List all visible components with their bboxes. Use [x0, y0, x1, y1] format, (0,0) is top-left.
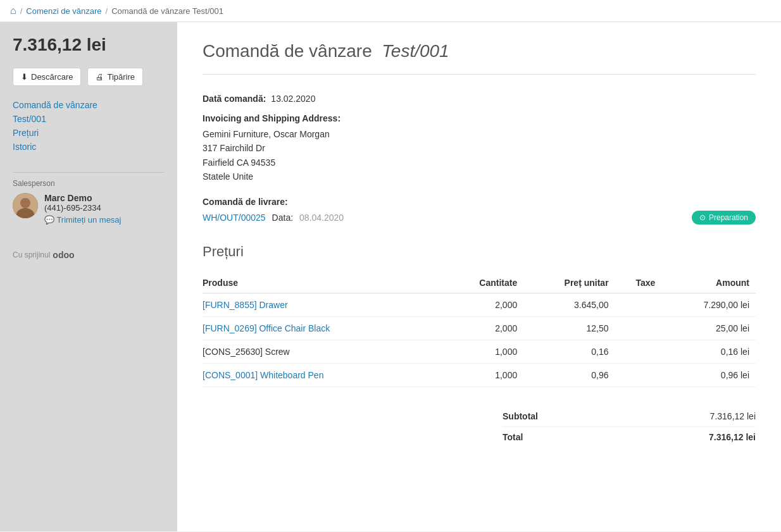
- col-header-produse: Produse: [203, 273, 444, 294]
- amount-4: 0,96 lei: [661, 363, 756, 387]
- col-header-taxe: Taxe: [615, 273, 662, 294]
- main-content: Comandă de vânzare Test/001 Dată comandă…: [177, 22, 781, 531]
- salesperson-phone: (441)-695-2334: [44, 203, 122, 213]
- delivery-row: WH/OUT/00025 Data: 08.04.2020 ⊙ Preparat…: [203, 211, 756, 225]
- breadcrumb-link-comenzi[interactable]: Comenzi de vânzare: [26, 6, 101, 16]
- totals-section: Subtotal 7.316,12 lei Total 7.316,12 lei: [203, 406, 756, 447]
- address-line-4: Statele Unite: [203, 170, 756, 183]
- footer-text: Cu sprijinul: [13, 251, 50, 259]
- salesperson-label: Salesperson: [13, 179, 165, 188]
- product-name-4: [CONS_0001] Whiteboard Pen: [203, 363, 444, 387]
- table-header-row: Produse Cantitate Preț unitar Taxe Amoun…: [203, 273, 756, 294]
- download-label: Descărcare: [31, 72, 73, 82]
- breadcrumb: ⌂ / Comenzi de vânzare / Comandă de vânz…: [0, 0, 781, 22]
- amount-1: 7.290,00 lei: [661, 293, 756, 316]
- col-header-cantitate: Cantitate: [444, 273, 523, 294]
- preparation-icon: ⊙: [699, 213, 706, 222]
- sidebar: 7.316,12 lei ⬇ Descărcare 🖨 Tipărire Com…: [0, 22, 177, 531]
- home-icon[interactable]: ⌂: [10, 5, 16, 16]
- address-line-3: Fairfield CA 94535: [203, 156, 756, 170]
- product-link-2[interactable]: [FURN_0269] Office Chair Black: [203, 323, 330, 333]
- sidebar-nav: Comandă de vânzare Test/001 Prețuri Isto…: [13, 99, 165, 153]
- product-name-3: [CONS_25630] Screw: [203, 340, 444, 363]
- subtotal-value: 7.316,12 lei: [710, 411, 756, 421]
- order-date-row: Dată comandă: 13.02.2020: [203, 94, 756, 104]
- sidebar-actions: ⬇ Descărcare 🖨 Tipărire: [13, 68, 165, 86]
- sidebar-item-history[interactable]: Istoric: [13, 140, 165, 153]
- subtotal-row: Subtotal 7.316,12 lei: [503, 406, 756, 427]
- table-row: [CONS_0001] Whiteboard Pen 1,000 0,96 0,…: [203, 363, 756, 387]
- total-label: Total: [503, 432, 523, 442]
- download-icon: ⬇: [21, 72, 28, 82]
- col-header-pret: Preț unitar: [523, 273, 615, 294]
- products-table: Produse Cantitate Preț unitar Taxe Amoun…: [203, 273, 756, 387]
- product-name-1: [FURN_8855] Drawer: [203, 293, 444, 316]
- delivery-label: Comandă de livrare:: [203, 197, 756, 207]
- sidebar-item-order[interactable]: Comandă de vânzare: [13, 99, 165, 111]
- address-line-1: Gemini Furniture, Oscar Morgan: [203, 127, 756, 141]
- table-row: [CONS_25630] Screw 1,000 0,16 0,16 lei: [203, 340, 756, 363]
- svg-point-1: [20, 198, 30, 208]
- download-button[interactable]: ⬇ Descărcare: [13, 68, 81, 86]
- sidebar-divider: [13, 172, 165, 173]
- salesperson-details: Marc Demo (441)-695-2334 💬 Trimiteți un …: [44, 193, 122, 225]
- delivery-date-label: Data:: [272, 213, 293, 223]
- print-icon: 🖨: [96, 72, 104, 82]
- table-row: [FURN_8855] Drawer 2,000 3.645,00 7.290,…: [203, 293, 756, 316]
- order-total-amount: 7.316,12 lei: [13, 35, 165, 55]
- tax-2: [615, 316, 662, 340]
- product-name-2: [FURN_0269] Office Chair Black: [203, 316, 444, 340]
- salesperson-name: Marc Demo: [44, 193, 122, 203]
- delivery-section: Comandă de livrare: WH/OUT/00025 Data: 0…: [203, 197, 756, 225]
- order-date-value: 13.02.2020: [271, 94, 315, 104]
- sidebar-item-prices[interactable]: Prețuri: [13, 127, 165, 139]
- address-line-2: 317 Fairchild Dr: [203, 141, 756, 155]
- message-icon: 💬: [44, 215, 54, 225]
- salesperson-info: Marc Demo (441)-695-2334 💬 Trimiteți un …: [13, 193, 165, 225]
- print-label: Tipărire: [107, 72, 135, 82]
- product-link-1[interactable]: [FURN_8855] Drawer: [203, 300, 288, 310]
- total-value: 7.316,12 lei: [709, 432, 756, 442]
- qty-1: 2,000: [444, 293, 523, 316]
- title-id: Test/001: [382, 41, 449, 61]
- address-label: Invoicing and Shipping Address:: [203, 113, 756, 123]
- product-link-4[interactable]: [CONS_0001] Whiteboard Pen: [203, 370, 323, 380]
- price-3: 0,16: [523, 340, 615, 363]
- delivery-date-value: 08.04.2020: [299, 213, 344, 223]
- total-row: Total 7.316,12 lei: [503, 427, 756, 447]
- order-date-label: Dată comandă:: [203, 94, 266, 104]
- tax-1: [615, 293, 662, 316]
- page-title: Comandă de vânzare Test/001: [203, 41, 756, 75]
- qty-3: 1,000: [444, 340, 523, 363]
- section-prices-title: Prețuri: [203, 244, 756, 260]
- tax-4: [615, 363, 662, 387]
- address-section: Invoicing and Shipping Address: Gemini F…: [203, 113, 756, 184]
- title-prefix: Comandă de vânzare: [203, 41, 372, 61]
- preparation-badge: ⊙ Preparation: [692, 211, 756, 225]
- price-1: 3.645,00: [523, 293, 615, 316]
- qty-2: 2,000: [444, 316, 523, 340]
- amount-2: 25,00 lei: [661, 316, 756, 340]
- qty-4: 1,000: [444, 363, 523, 387]
- send-message-link[interactable]: 💬 Trimiteți un mesaj: [44, 215, 122, 225]
- col-header-amount: Amount: [661, 273, 756, 294]
- table-row: [FURN_0269] Office Chair Black 2,000 12,…: [203, 316, 756, 340]
- subtotal-label: Subtotal: [503, 411, 538, 421]
- avatar: [13, 193, 38, 218]
- price-2: 12,50: [523, 316, 615, 340]
- odoo-logo: odoo: [53, 250, 74, 260]
- price-4: 0,96: [523, 363, 615, 387]
- message-label: Trimiteți un mesaj: [56, 215, 121, 225]
- amount-3: 0,16 lei: [661, 340, 756, 363]
- breadcrumb-current: Comandă de vânzare Test/001: [111, 6, 223, 16]
- breadcrumb-sep-1: /: [20, 6, 23, 16]
- breadcrumb-sep-2: /: [106, 6, 108, 16]
- print-button[interactable]: 🖨 Tipărire: [87, 68, 143, 86]
- odoo-footer: Cu sprijinul odoo: [13, 250, 165, 260]
- preparation-label: Preparation: [709, 213, 748, 222]
- delivery-link[interactable]: WH/OUT/00025: [203, 213, 266, 223]
- sidebar-item-order-num[interactable]: Test/001: [13, 113, 165, 125]
- tax-3: [615, 340, 662, 363]
